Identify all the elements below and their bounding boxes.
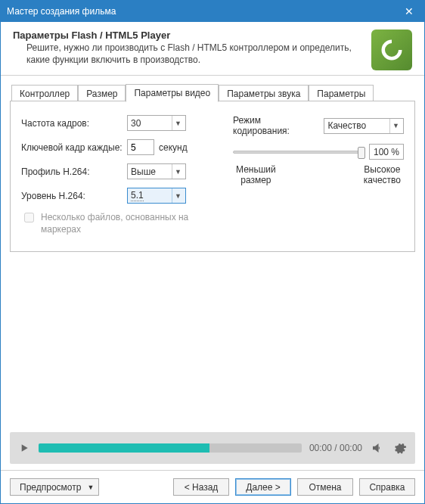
profile-value: Выше [131, 166, 156, 177]
page-header: Параметры Flash / HTML5 Player Решите, н… [1, 22, 424, 75]
quality-slider[interactable] [233, 151, 365, 154]
encoding-mode-label: Режим кодирования: [233, 115, 318, 136]
next-button[interactable]: Далее > [235, 478, 291, 496]
tabstrip: Контроллер Размер Параметры видео Параме… [10, 83, 415, 101]
level-label: Уровень H.264: [21, 191, 127, 201]
quality-percent: 100 % [369, 144, 404, 160]
preview-label: Предпросмотр [20, 482, 81, 493]
chevron-down-icon: ▼ [172, 116, 184, 130]
help-button[interactable]: Справка [359, 478, 415, 496]
chevron-down-icon: ▼ [172, 188, 184, 203]
chevron-down-icon: ▼ [389, 119, 402, 133]
slider-labels: Меньший размер Высокое качество [233, 164, 404, 186]
framerate-combo[interactable]: 30 ▼ [127, 115, 186, 131]
back-button[interactable]: < Назад [173, 478, 229, 496]
profile-label: Профиль H.264: [21, 166, 127, 177]
wizard-window: Мастер создания фильма ✕ Параметры Flash… [0, 0, 425, 504]
encoding-mode-combo[interactable]: Качество ▼ [324, 118, 404, 134]
camtasia-icon [378, 36, 405, 64]
chevron-down-icon: ▼ [81, 484, 95, 491]
app-logo [371, 30, 412, 70]
keyframe-input[interactable] [127, 139, 154, 155]
multi-files-checkbox [24, 213, 34, 222]
titlebar: Мастер создания фильма ✕ [1, 1, 424, 22]
profile-combo[interactable]: Выше ▼ [127, 163, 186, 179]
framerate-label: Частота кадров: [21, 118, 127, 129]
wizard-footer: Предпросмотр ▼ < Назад Далее > Отмена Сп… [1, 470, 424, 503]
level-combo[interactable]: 5.1 ▼ [127, 188, 186, 204]
gear-icon [393, 441, 407, 455]
volume-button[interactable] [370, 440, 385, 456]
slider-max-label-1: Высокое [364, 164, 400, 175]
encoding-mode-value: Качество [327, 120, 366, 131]
chevron-down-icon: ▼ [172, 164, 184, 179]
tab-size[interactable]: Размер [78, 85, 126, 102]
level-value: 5.1 [131, 190, 144, 201]
tab-panel-video: Частота кадров: 30 ▼ Ключевой кадр кажды… [10, 101, 415, 252]
keyframe-unit: секунд [159, 142, 188, 153]
cancel-button[interactable]: Отмена [297, 478, 353, 496]
slider-min-label-1: Меньший [236, 164, 276, 175]
volume-icon [371, 441, 384, 455]
content-area: Контроллер Размер Параметры видео Параме… [1, 76, 424, 470]
preview-player: 00:00 / 00:00 [10, 432, 415, 464]
play-icon [18, 442, 30, 454]
tab-params[interactable]: Параметры [309, 85, 374, 102]
close-button[interactable]: ✕ [394, 1, 424, 22]
close-icon: ✕ [405, 5, 414, 17]
settings-button[interactable] [392, 440, 408, 456]
keyframe-label: Ключевой кадр каждые: [21, 142, 127, 153]
play-button[interactable] [17, 441, 31, 455]
progress-fill [39, 443, 209, 453]
multi-files-label: Несколько файлов, основанных на маркерах [41, 212, 218, 235]
window-title: Мастер создания фильма [7, 6, 394, 17]
tab-controller[interactable]: Контроллер [11, 85, 78, 102]
slider-max-label-2: качество [364, 175, 401, 185]
page-title: Параметры Flash / HTML5 Player [13, 30, 364, 41]
progress-bar[interactable] [39, 443, 302, 453]
page-description: Решите, нужно ли производить с Flash / H… [13, 42, 364, 66]
framerate-value: 30 [131, 118, 141, 129]
preview-button[interactable]: Предпросмотр ▼ [10, 478, 99, 496]
slider-min-label-2: размер [240, 175, 271, 185]
tab-audio-params[interactable]: Параметры звука [219, 85, 309, 102]
slider-thumb[interactable] [358, 147, 365, 159]
tab-video-params[interactable]: Параметры видео [126, 84, 219, 102]
timecode: 00:00 / 00:00 [309, 443, 362, 453]
